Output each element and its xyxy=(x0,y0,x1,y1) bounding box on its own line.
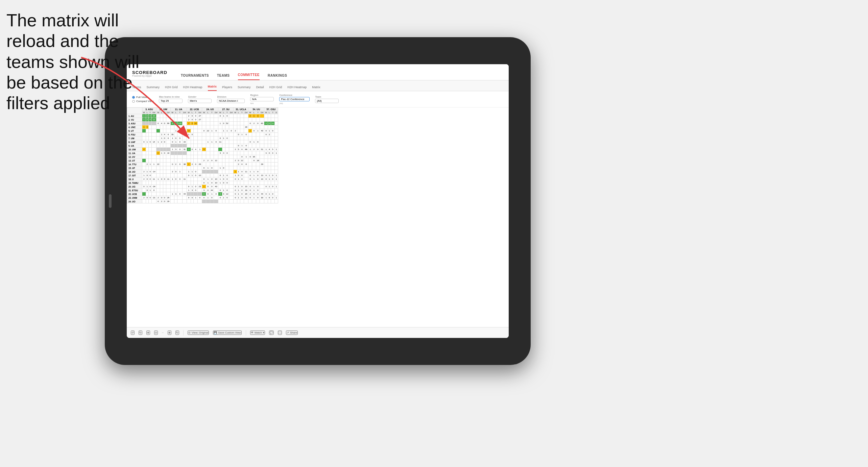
filter-max-teams: Max teams in view Top 25 Top 10 Top 50 xyxy=(159,96,183,103)
table-row: 12. UV 01 035 xyxy=(127,155,278,159)
comment-button[interactable]: 💬 xyxy=(269,330,274,335)
nav-tournaments[interactable]: TOURNAMENTS xyxy=(181,74,209,80)
filter-team: Team (All) xyxy=(315,96,339,103)
table-row: 7. UM 100 100 010 xyxy=(127,137,278,140)
max-teams-select[interactable]: Top 25 Top 10 Top 50 xyxy=(159,99,183,103)
nav-rankings[interactable]: RANKINGS xyxy=(268,74,287,80)
table-row: 24. UO 02029 xyxy=(127,200,278,203)
filters-area: Full View Compact View Max teams in view… xyxy=(127,91,509,107)
table-row: 13. UT 22012 2012 018 xyxy=(127,159,278,163)
tablet-screen: SCOREBOARD Powered by clippd TOURNAMENTS… xyxy=(127,64,509,338)
sub-tab-h2h-grid[interactable]: H2H Grid xyxy=(165,85,178,91)
sub-tab-players-h2h-heatmap[interactable]: H2H Heatmap xyxy=(287,85,307,91)
nav-items: TOURNAMENTS TEAMS COMMITTEE RANKINGS xyxy=(181,67,287,80)
sub-tab-players[interactable]: Players xyxy=(222,85,232,91)
tablet-device: SCOREBOARD Powered by clippd TOURNAMENTS… xyxy=(105,37,531,365)
filter-gender: Gender Men's Women's xyxy=(188,96,212,103)
sub-tab-players-detail[interactable]: Detail xyxy=(256,85,264,91)
sub-tab-players-matrix[interactable]: Matrix xyxy=(312,85,320,91)
region-select[interactable]: N/A East West xyxy=(250,97,274,101)
team-select[interactable]: (All) xyxy=(315,99,339,103)
view-original-button[interactable]: ⊙ View: Original xyxy=(188,330,209,335)
fit-button[interactable]: ↻ xyxy=(175,330,179,335)
table-row: 3. ASU 04080 50120 2048 1052 02060 3011 xyxy=(127,122,278,125)
table-row: 23. UNM 200-21 20025 0010 010 010 01011 … xyxy=(127,196,278,200)
table-row: 19. TAMU 01010 100 xyxy=(127,181,278,185)
col-su: 27. SU xyxy=(218,108,234,111)
table-row: 1. AU 12025 20027 010 010 xyxy=(127,114,278,118)
zoom-out-button[interactable]: ⊙ xyxy=(154,330,158,335)
col-ucb: 22. UCB xyxy=(187,108,202,111)
table-row: 15. UF 010 10 xyxy=(127,166,278,170)
nav-bar: SCOREBOARD Powered by clippd TOURNAMENTS… xyxy=(127,64,509,80)
expand-button[interactable]: ⛶ xyxy=(278,330,282,335)
share-label: Share xyxy=(290,331,297,334)
filter-division: Division NCAA Division I NCAA Division I… xyxy=(217,96,245,103)
table-row: 22. UCB 13044 0010 4012 01020 20344 010 xyxy=(127,192,278,196)
tablet-button xyxy=(109,194,112,208)
conference-select[interactable]: Pac-12 Conference (All) Big Ten ACC SEC xyxy=(279,97,310,101)
sub-tabs: Teams Summary H2H Grid H2H Heatmap Matri… xyxy=(127,80,509,91)
filter-conference: Conference Pac-12 Conference (All) Big T… xyxy=(279,94,310,104)
table-row: 16. UO 210-14 201 110 11011 110 xyxy=(127,170,278,174)
sub-tab-players-summary[interactable]: Summary xyxy=(238,85,251,91)
table-row: 4. UNC 10 29 xyxy=(127,125,278,129)
nav-committee[interactable]: COMMITTEE xyxy=(238,73,260,80)
table-row: 18. U 20011 10011 10011 01010 100 010 01… xyxy=(127,177,278,181)
table-row: 21. ETSU 010 130 3044 010 01016 010 xyxy=(127,189,278,192)
col-uu: 54. UU xyxy=(248,108,264,111)
table-row: 10. UW 4 13031 3041 72 25066 12051 1451 xyxy=(127,148,278,151)
share-button[interactable]: ↗ Share xyxy=(286,330,298,335)
sub-tab-summary[interactable]: Summary xyxy=(147,85,160,91)
filter-region: Region N/A East West N/A xyxy=(250,94,274,104)
annotation-text: The matrix will reload and the teams sho… xyxy=(6,10,148,114)
separator xyxy=(183,330,184,336)
matrix-table: 3. ASU 10. UW 11. UA 22. UCB 24. UO 27. … xyxy=(127,107,278,203)
view-original-label: View: Original xyxy=(192,331,208,334)
table-row: 2. VU 12012 20027 xyxy=(127,118,278,122)
sub-tab-h2h-heatmap[interactable]: H2H Heatmap xyxy=(183,85,202,91)
matrix-scroll[interactable]: 3. ASU 10. UW 11. UA 22. UCB 24. UO 27. … xyxy=(127,107,509,327)
nav-teams[interactable]: TEAMS xyxy=(217,74,230,80)
table-row: 6. FSU 140 35 10 010 02 xyxy=(127,133,278,137)
table-row: 8. UAF 01014 120 01015 110 11 010 xyxy=(127,140,278,144)
separator2 xyxy=(246,330,246,336)
sub-tab-matrix[interactable]: Matrix xyxy=(208,85,217,91)
col-ua: 11. UA xyxy=(170,108,187,111)
redo-button[interactable]: ↻ xyxy=(139,330,142,335)
col-uo: 24. UO xyxy=(202,108,218,111)
footer-toolbar: ↺ ↻ ⊕ ⊙ ─ ⊕ ↻ ⊙ View: Original 💾 Save Cu… xyxy=(127,327,509,338)
col-ucla: 31. UCLA xyxy=(234,108,248,111)
table-row: 14. TTU 211 22 02038 12026 208 29 xyxy=(127,163,278,166)
undo-button[interactable]: ↺ xyxy=(131,330,135,335)
refresh-button[interactable]: ⊕ xyxy=(146,330,150,335)
zoom-in-button[interactable]: ⊕ xyxy=(168,330,171,335)
col-uw: 10. UW xyxy=(156,108,170,111)
table-row: 20. UG 010-34 01023 10040 01015 010 0101 xyxy=(127,185,278,189)
gender-select[interactable]: Men's Women's xyxy=(188,99,212,103)
watch-button[interactable]: 👁 Watch ▾ xyxy=(250,330,265,335)
save-custom-button[interactable]: 💾 Save Custom View xyxy=(213,330,241,335)
watch-label: Watch xyxy=(255,331,262,334)
table-row: 11. UA 01010 340 3001 xyxy=(127,151,278,155)
save-custom-label: Save Custom View xyxy=(218,331,241,334)
table-row: 5. UT 140 35 02210 110 2 20140 010 xyxy=(127,129,278,133)
sub-tab-players-h2h-grid[interactable]: H2H Grid xyxy=(269,85,282,91)
table-row: 17. GIT 100 01010 010 100 01013 0101 xyxy=(127,174,278,177)
division-select[interactable]: NCAA Division I NCAA Division II NCAA Di… xyxy=(217,99,245,103)
col-osu: 57. OSU xyxy=(264,108,278,111)
table-row: 9. UA 010 xyxy=(127,144,278,148)
